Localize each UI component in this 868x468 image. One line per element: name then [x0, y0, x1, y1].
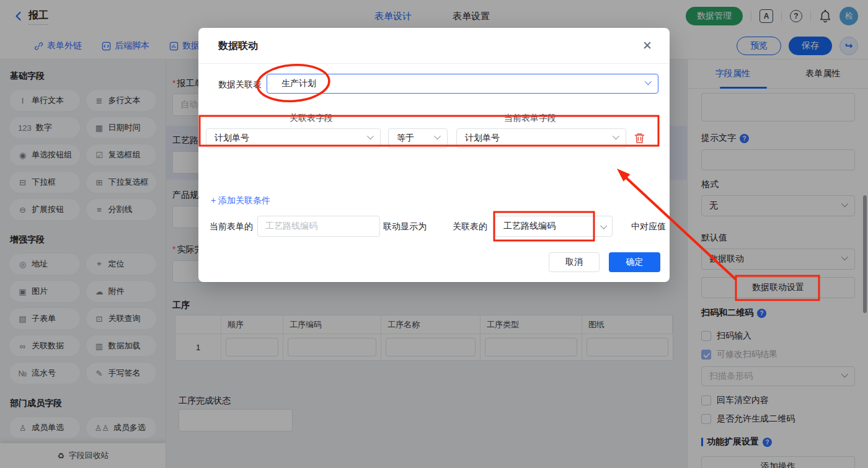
mapping-source-placeholder: 工艺路线编码 [265, 221, 317, 232]
condition-operator-select[interactable]: 等于 [388, 128, 448, 148]
mapping-suffix-label: 中对应值 [631, 221, 666, 232]
data-linkage-modal: 数据联动 ✕ 数据关联表 生产计划 关联表字段 当前表单字段 计划单号 等于 计… [198, 28, 670, 282]
condition-left-field-value: 计划单号 [215, 133, 249, 144]
condition-operator-value: 等于 [397, 133, 414, 144]
mapping-table-label: 关联表的 [453, 221, 487, 232]
cancel-button[interactable]: 取消 [549, 252, 600, 272]
close-icon[interactable]: ✕ [642, 38, 652, 53]
add-condition-link[interactable]: + 添加关联条件 [211, 195, 270, 206]
chevron-down-icon [645, 78, 652, 85]
linked-table-value: 生产计划 [275, 78, 316, 89]
modal-body: 数据关联表 生产计划 关联表字段 当前表单字段 计划单号 等于 计划单号 [198, 64, 670, 282]
chevron-down-icon [367, 133, 374, 139]
right-column-header: 当前表单字段 [504, 113, 556, 124]
condition-right-field-value: 计划单号 [465, 133, 500, 144]
mapping-target-select[interactable]: 工艺路线编码 [495, 216, 613, 237]
select-chevron-cell [593, 216, 612, 236]
condition-left-field-select[interactable]: 计划单号 [206, 128, 381, 148]
linked-table-select[interactable]: 生产计划 [267, 74, 658, 94]
chevron-down-icon [613, 133, 619, 139]
confirm-button[interactable]: 确定 [609, 252, 660, 272]
condition-right-field-select[interactable]: 计划单号 [456, 128, 626, 148]
app-root: 报工 表单设计 表单设置 数据管理 A ? 检 表单外链 [0, 0, 868, 468]
chevron-down-icon [434, 133, 441, 139]
chevron-down-icon [600, 223, 607, 229]
mapping-source-input[interactable]: 工艺路线编码 [257, 216, 380, 237]
mapping-middle-label: 联动显示为 [383, 221, 427, 232]
modal-title: 数据联动 [218, 40, 258, 53]
left-column-header: 关联表字段 [290, 113, 333, 124]
mapping-prefix-label: 当前表单的 [210, 221, 253, 232]
modal-header: 数据联动 ✕ [198, 28, 670, 64]
delete-condition-icon[interactable] [634, 132, 645, 144]
linked-table-label: 数据关联表 [218, 79, 262, 91]
mapping-target-value: 工艺路线编码 [503, 221, 556, 232]
